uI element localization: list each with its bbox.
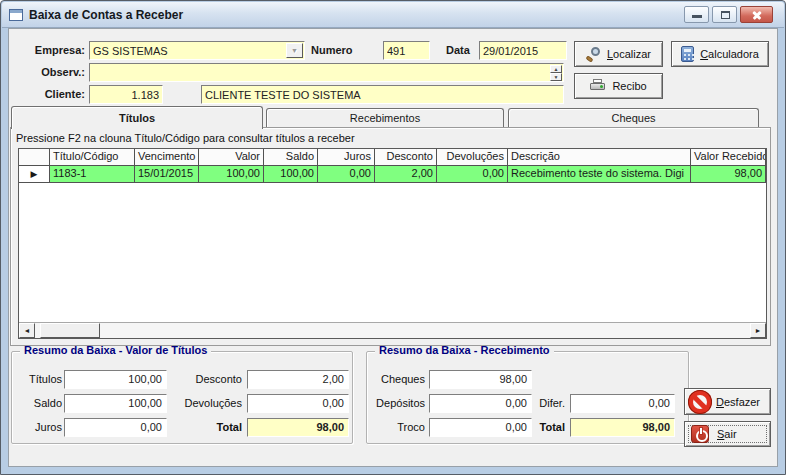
magnifier-icon xyxy=(586,47,601,62)
sair-button[interactable]: Sair xyxy=(684,421,771,447)
grid-column-header: Descrição xyxy=(508,149,691,166)
app-window: Baixa de Contas a Receber Empresa: GS SI… xyxy=(0,0,786,475)
cheques-field-label: Cheques xyxy=(369,373,425,385)
data-input[interactable] xyxy=(479,41,567,60)
grid-cell[interactable]: Recebimento teste do sistema. Digi xyxy=(508,166,691,183)
localizar-button[interactable]: Localizar xyxy=(574,41,663,67)
numero-input[interactable] xyxy=(383,41,430,60)
titulos-field[interactable]: 100,00 xyxy=(64,370,167,389)
grid-cell[interactable]: 0,00 xyxy=(318,166,375,183)
recibo-label: Recibo xyxy=(612,80,646,92)
numero-label: Numero xyxy=(311,44,375,56)
grid-column-header: Valor xyxy=(199,149,264,166)
devolucoes-field[interactable]: 0,00 xyxy=(247,394,349,413)
desfazer-label: Desfazer xyxy=(716,396,760,408)
scroll-left-icon[interactable]: ◄ xyxy=(19,323,35,338)
data-label: Data xyxy=(446,44,478,56)
grid-row: ▶1183-115/01/2015100,00100,000,002,000,0… xyxy=(19,166,766,183)
scrollbar-thumb[interactable] xyxy=(40,323,100,338)
grid-column-header: Valor Recebido xyxy=(691,149,766,166)
desconto-field[interactable]: 2,00 xyxy=(247,370,349,389)
grid-column-header xyxy=(19,149,50,166)
minimize-icon xyxy=(692,15,702,18)
scrollbar-track[interactable] xyxy=(100,323,750,338)
grid-column-header: Vencimento xyxy=(135,149,199,166)
minimize-button[interactable] xyxy=(684,6,709,23)
empresa-combo[interactable]: GS SISTEMAS ▼ xyxy=(89,41,305,60)
empresa-label: Empresa: xyxy=(9,44,85,56)
desconto-field-label: Desconto xyxy=(172,373,242,385)
cliente-code-input[interactable] xyxy=(89,85,163,104)
grid-column-header: Juros xyxy=(318,149,375,166)
close-button[interactable] xyxy=(740,6,773,23)
spinner-up-icon[interactable]: ▲ xyxy=(550,65,562,73)
row-selector-arrow-icon: ▶ xyxy=(19,166,50,183)
resumo-titulos-groupbox: Resumo da Baixa - Valor de Títulos Títul… xyxy=(11,351,353,444)
resumo-recebimento-groupbox: Resumo da Baixa - Recebimento Cheques 98… xyxy=(366,351,689,444)
spinner-down-icon[interactable]: ▼ xyxy=(550,73,562,81)
titulos-field-label: Títulos xyxy=(16,373,62,385)
difer-field[interactable]: 0,00 xyxy=(570,394,675,413)
observ-input[interactable]: ▲ ▼ xyxy=(89,63,564,82)
chevron-down-icon[interactable]: ▼ xyxy=(286,43,303,58)
recibo-button[interactable]: Recibo xyxy=(574,73,663,99)
grid-horizontal-scrollbar[interactable]: ◄ ► xyxy=(19,322,766,338)
grid-header-row: Título/CódigoVencimentoValorSaldoJurosDe… xyxy=(19,149,766,166)
grid-cell[interactable]: 100,00 xyxy=(199,166,264,183)
juros-field-label: Juros xyxy=(16,421,62,433)
total-titulos-label: Total xyxy=(172,421,242,433)
localizar-label: Localizar xyxy=(607,48,651,60)
devolucoes-field-label: Devoluções xyxy=(172,397,242,409)
titulos-grid: Título/CódigoVencimentoValorSaldoJurosDe… xyxy=(18,148,767,339)
empresa-value: GS SISTEMAS xyxy=(90,45,286,57)
cheques-field[interactable]: 98,00 xyxy=(429,370,532,389)
total-titulos-field: 98,00 xyxy=(247,418,349,437)
grid-column-header: Devoluções xyxy=(437,149,508,166)
observ-label: Observ.: xyxy=(9,66,85,78)
cliente-name-input[interactable] xyxy=(201,85,564,104)
printer-icon xyxy=(590,79,606,93)
desfazer-button[interactable]: Desfazer xyxy=(684,388,771,415)
grid-column-header: Título/Código xyxy=(50,149,135,166)
saldo-field[interactable]: 100,00 xyxy=(64,394,167,413)
calculator-icon xyxy=(681,46,694,62)
form-icon xyxy=(9,9,23,21)
difer-field-label: Difer. xyxy=(517,397,565,409)
titulos-tab-panel: Pressione F2 na clouna Título/Código par… xyxy=(10,127,771,346)
calculadora-button[interactable]: Calculadora xyxy=(671,41,769,67)
title-bar[interactable]: Baixa de Contas a Receber xyxy=(2,2,784,28)
grid-column-header: Desconto xyxy=(375,149,437,166)
grid-column-header: Saldo xyxy=(264,149,318,166)
sair-label: Sair xyxy=(717,428,737,440)
observ-spinner: ▲ ▼ xyxy=(550,65,562,80)
total-recebimento-label: Total xyxy=(517,421,565,433)
depositos-field-label: Depósitos xyxy=(369,397,425,409)
maximize-button[interactable] xyxy=(712,6,737,23)
window-title: Baixa de Contas a Receber xyxy=(29,8,183,22)
tab-titulos[interactable]: Títulos xyxy=(11,106,263,129)
prohibition-icon xyxy=(688,390,712,414)
cliente-label: Cliente: xyxy=(9,88,85,100)
calculadora-label: Calculadora xyxy=(700,48,759,60)
grid-cell[interactable]: 0,00 xyxy=(437,166,508,183)
client-area: Empresa: GS SISTEMAS ▼ Numero Data Obser… xyxy=(8,28,778,467)
grid-hint-text: Pressione F2 na clouna Título/Código par… xyxy=(16,132,355,144)
grid-cell[interactable]: 2,00 xyxy=(375,166,437,183)
total-recebimento-field: 98,00 xyxy=(570,418,675,437)
grid-cell[interactable]: 1183-1 xyxy=(50,166,135,183)
tab-cheques[interactable]: Cheques xyxy=(508,108,759,128)
maximize-icon xyxy=(721,11,730,19)
grid-cell[interactable]: 15/01/2015 xyxy=(135,166,199,183)
power-icon xyxy=(691,425,709,443)
grid-cell[interactable]: 98,00 xyxy=(691,166,766,183)
juros-field[interactable]: 0,00 xyxy=(64,418,167,437)
saldo-field-label: Saldo xyxy=(16,397,62,409)
tab-recebimentos[interactable]: Recebimentos xyxy=(266,108,504,128)
scroll-right-icon[interactable]: ► xyxy=(750,323,766,338)
troco-field-label: Troco xyxy=(369,421,425,433)
grid-cell[interactable]: 100,00 xyxy=(264,166,318,183)
